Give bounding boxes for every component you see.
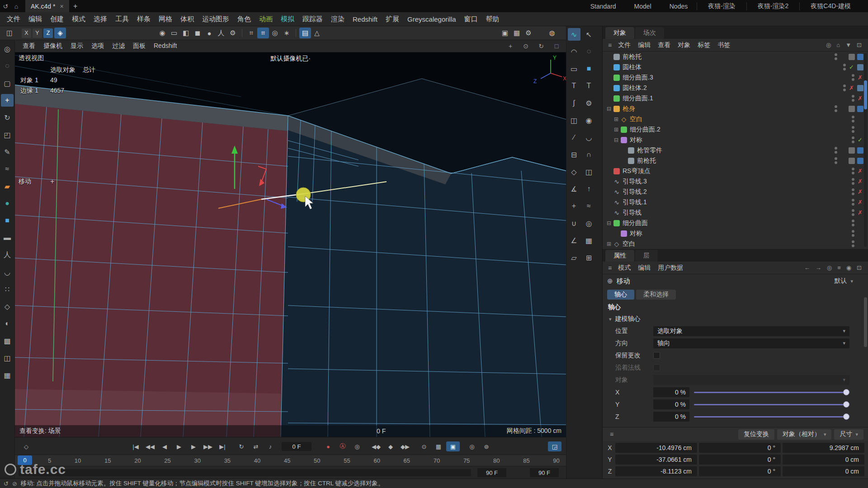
axis-y-slider[interactable] [694, 399, 849, 409]
coord-position-field[interactable]: -37.0661 cm [615, 455, 697, 465]
menu-item-4[interactable]: 选择 [90, 15, 111, 23]
grid-options-button[interactable]: ▦ [432, 441, 445, 451]
tag-uvw-icon[interactable] [849, 106, 855, 112]
om-menu-item-5[interactable]: 书签 [714, 41, 734, 49]
editor-visibility-dot[interactable] [843, 84, 846, 87]
editor-visibility-dot[interactable] [852, 168, 854, 170]
range-start-field[interactable]: 90 F [477, 468, 506, 477]
quantize-icon[interactable]: ∠ [568, 234, 580, 247]
render-picture-viewer-icon[interactable]: ▦ [511, 28, 523, 38]
pen-tool-icon[interactable]: ✎ [1, 145, 14, 158]
expand-toggle-icon[interactable]: ⊟ [605, 220, 613, 226]
effector-icon[interactable]: ◇ [1, 300, 14, 313]
mirror-icon[interactable]: ◫ [583, 165, 595, 178]
render-settings-icon[interactable]: ⚙ [523, 28, 534, 38]
axis-y-toggle[interactable]: Y [33, 28, 42, 38]
freehand-spline-icon[interactable]: ∫ [568, 97, 580, 109]
next-key-button[interactable]: ▶▶ [201, 441, 215, 451]
menu-item-7[interactable]: 网格 [155, 15, 176, 23]
visibility-dots[interactable] [852, 230, 854, 237]
coord-position-field[interactable]: -8.1123 cm [615, 466, 697, 476]
viewport-name-label[interactable]: 透视视图 [19, 54, 44, 62]
next-frame-button[interactable]: ▶ [187, 441, 200, 451]
position-dropdown[interactable]: 选取对象 ▾ [653, 326, 849, 336]
coord-size-dropdown[interactable]: 尺寸 ▾ [834, 429, 863, 440]
goto-start-button[interactable]: |◀ [129, 441, 142, 451]
rotate-view-icon[interactable]: ↻ [537, 42, 545, 50]
grid-array-icon[interactable]: ▦ [1, 369, 14, 381]
editor-visibility-dot[interactable] [852, 116, 854, 118]
zoom-view-icon[interactable]: ⊙ [522, 42, 530, 50]
viewport-menu-item-0[interactable]: 查看 [19, 42, 39, 50]
record-button[interactable]: ● [321, 441, 335, 451]
object-row[interactable]: 对称 [603, 228, 868, 239]
tab-close-icon[interactable]: × [60, 3, 63, 10]
ruler-tick-45[interactable]: 45 [284, 457, 290, 464]
viewport-menu-item-5[interactable]: 面板 [129, 42, 150, 50]
grid-snap-active-icon[interactable]: ⌗ [257, 28, 269, 38]
attr-menu-item-0[interactable]: 模式 [614, 264, 634, 272]
preset-dropdown[interactable]: 默认 ▾ [834, 277, 859, 285]
visibility-dots[interactable] [852, 199, 854, 206]
render-visibility-dot[interactable] [852, 203, 854, 206]
enabled-toggle-icon[interactable]: ✗ [848, 84, 855, 91]
plane-cut-icon[interactable]: ⊟ [568, 148, 580, 161]
tag-uvw-icon[interactable] [849, 54, 855, 60]
coord-mode-dropdown[interactable]: 对象（相对） ▾ [777, 429, 832, 440]
reset-transform-button[interactable]: 复位变换 [738, 429, 774, 440]
goto-end-button[interactable]: ▶| [216, 441, 229, 451]
attr-menu-item-1[interactable]: 编辑 [634, 264, 654, 272]
smooth-icon[interactable]: ≈ [583, 200, 595, 212]
render-visibility-dot[interactable] [852, 120, 854, 122]
visibility-dots[interactable] [852, 168, 854, 174]
ruler-tick-65[interactable]: 65 [404, 457, 410, 464]
symmetry-tool-icon[interactable]: ◫ [1, 352, 14, 364]
render-visibility-dot[interactable] [843, 89, 846, 91]
set-keyframe-button[interactable]: ◆ [384, 441, 397, 451]
tag-sel-icon[interactable] [857, 147, 863, 154]
visibility-dots[interactable] [852, 220, 854, 226]
plane-mode-icon[interactable]: △ [311, 28, 323, 38]
autokey-button[interactable]: Ⓐ [336, 441, 349, 451]
spline-pen-icon[interactable]: ∿ [568, 28, 580, 41]
prev-key-button[interactable]: ◀◀ [143, 441, 157, 451]
home-icon[interactable]: ⌂ [11, 0, 22, 12]
cube-dark-icon[interactable]: ◧ [180, 28, 192, 38]
object-row[interactable]: ⊟细分曲面 [603, 218, 868, 228]
object-row[interactable]: ⊟对称✓ [603, 135, 868, 145]
text-object-icon[interactable]: T [583, 80, 595, 92]
render-visibility-dot[interactable] [852, 213, 854, 216]
rotate-tool-icon[interactable]: ↻ [1, 111, 14, 124]
visibility-dots[interactable] [835, 53, 837, 60]
sound-toggle-button[interactable]: ♪ [264, 441, 277, 451]
cursor-tool-icon[interactable]: ↖ [583, 28, 595, 41]
prev-frame-button[interactable]: ◀ [158, 441, 171, 451]
line-cut-icon[interactable]: ∕ [568, 131, 580, 144]
ruler-tick-55[interactable]: 55 [344, 457, 350, 464]
visibility-dots[interactable] [843, 64, 846, 70]
back-icon[interactable]: ↺ [0, 0, 11, 12]
visibility-dots[interactable] [835, 157, 837, 164]
om-menu-item-0[interactable]: 文件 [614, 41, 634, 49]
tab-objects[interactable]: 对象 [605, 27, 634, 39]
volume-icon[interactable]: ▩ [1, 334, 14, 347]
ruler-tick-80[interactable]: 80 [493, 457, 500, 464]
menu-item-6[interactable]: 样条 [133, 15, 155, 23]
om-menu-item-3[interactable]: 对象 [674, 41, 694, 49]
playback-rate-button[interactable]: ◎ [465, 441, 479, 451]
render-visibility-dot[interactable] [852, 130, 854, 133]
viewport-menu-item-1[interactable]: 摄像机 [39, 42, 66, 50]
menu-item-13[interactable]: 跟踪器 [298, 15, 327, 23]
axis-z-value-field[interactable]: 0 % [653, 412, 689, 422]
timeline-ruler[interactable]: 051015202530354045505560657075808590 [15, 455, 566, 466]
axis-center-icon[interactable]: + [568, 200, 580, 212]
rectangle-spline-icon[interactable]: ▭ [568, 62, 580, 75]
object-row[interactable]: ∿引导线.1✗ [603, 197, 868, 207]
preferences-button[interactable]: ⊚ [480, 441, 493, 451]
editor-visibility-dot[interactable] [835, 53, 837, 56]
ruler-tick-75[interactable]: 75 [463, 457, 470, 464]
tab-attributes[interactable]: 属性 [605, 250, 634, 262]
render-visibility-dot[interactable] [852, 192, 854, 195]
object-row[interactable]: 圆柱体.2✗ [603, 83, 868, 93]
pingpong-mode-button[interactable]: ⇄ [249, 441, 263, 451]
